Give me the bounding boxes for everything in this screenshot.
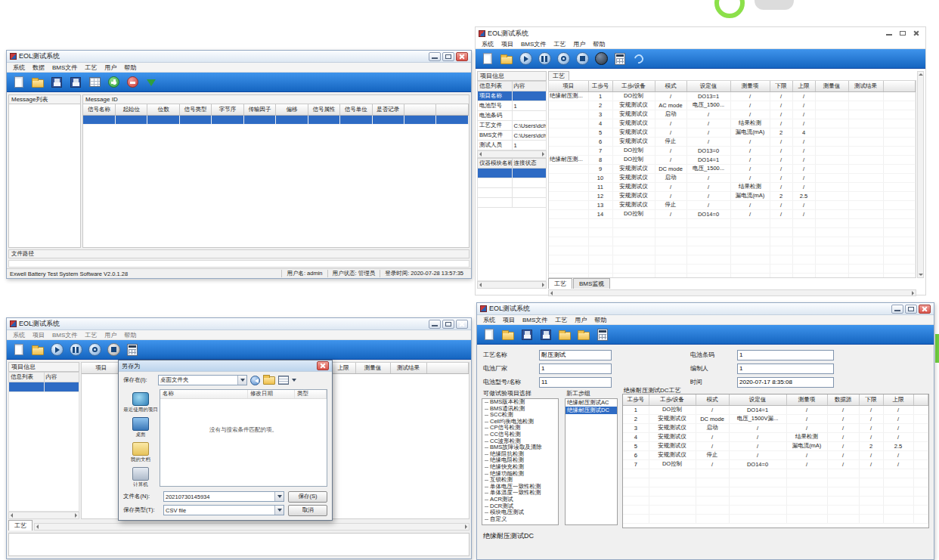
clock-icon[interactable]	[593, 51, 609, 67]
filetype-combobox[interactable]: CSV file	[163, 505, 284, 515]
add-icon[interactable]	[106, 75, 121, 90]
table-row[interactable]: 4安规测试仪//结果检测//	[549, 119, 916, 128]
test-item[interactable]: 绝缘功能检测	[482, 471, 558, 478]
menu-item[interactable]: 系统	[479, 40, 497, 48]
menu-item[interactable]: 用户	[101, 63, 119, 72]
calculator-icon[interactable]	[125, 342, 140, 357]
horizontal-scrollbar[interactable]	[8, 512, 79, 519]
close-icon[interactable]	[317, 361, 329, 370]
column-date-modified[interactable]: 修改日期	[248, 390, 295, 398]
menu-item[interactable]: BMS文件	[49, 63, 80, 72]
place-recent[interactable]: 最近使用的项目	[123, 392, 158, 412]
pause-icon[interactable]	[537, 51, 552, 67]
new-file-icon[interactable]	[11, 75, 26, 90]
menu-item[interactable]: 用户	[570, 40, 588, 48]
titlebar[interactable]: EOL测试系统	[476, 27, 925, 39]
table-row[interactable]: 绝缘耐压测...8DO控制/DO14=1///	[549, 155, 916, 164]
start-icon[interactable]	[49, 342, 64, 357]
message-list-body[interactable]	[8, 104, 81, 248]
titlebar[interactable]: EOL测试系统	[7, 318, 471, 330]
close-icon[interactable]	[456, 320, 468, 329]
minimize-icon[interactable]	[891, 305, 903, 314]
menu-item[interactable]: 帮助	[590, 40, 608, 48]
menu-item[interactable]: BMS文件	[519, 316, 550, 324]
place-computer[interactable]: 计算机	[123, 467, 158, 487]
table-row[interactable]	[478, 169, 547, 178]
dropdown-arrow-icon[interactable]	[237, 376, 246, 385]
menu-item[interactable]: 帮助	[121, 63, 139, 72]
table-row[interactable]: 3安规测试仪启动////	[549, 110, 916, 119]
test-item[interactable]: 模块电压测试	[482, 509, 558, 516]
power-icon[interactable]	[87, 342, 102, 357]
test-item[interactable]: DCR测试	[482, 503, 558, 510]
dropdown-arrow-icon[interactable]	[274, 492, 284, 501]
table-row[interactable]: 3安规测试仪启动/////	[623, 423, 928, 432]
menu-item[interactable]: 工艺	[82, 331, 100, 339]
menu-item[interactable]: 用户	[572, 316, 590, 324]
titlebar[interactable]: EOL测试系统	[7, 51, 471, 63]
vertical-scrollbar[interactable]	[917, 71, 924, 278]
titlebar[interactable]: EOL测试系统	[477, 303, 934, 315]
maximize-icon[interactable]	[442, 52, 454, 61]
test-item[interactable]: CC信号检测	[482, 432, 558, 438]
table-row[interactable]: 项目名称	[478, 91, 547, 101]
filename-combobox[interactable]: 20210730145934	[163, 491, 284, 502]
table-row[interactable]: 6安规测试仪停止/////	[623, 450, 928, 459]
table-row[interactable]: 2安规测试仪AC mode电压_1500...///	[549, 101, 916, 110]
menu-item[interactable]: 工艺	[82, 63, 100, 72]
menu-item[interactable]: 帮助	[121, 331, 139, 339]
menu-item[interactable]: 项目	[29, 331, 48, 339]
table-row[interactable]: 9安规测试仪DC mode电压_1500...///	[549, 164, 916, 173]
time-field[interactable]	[737, 377, 834, 388]
table-row[interactable]: 1DO控制/DO14=1////	[623, 405, 928, 414]
minimize-icon[interactable]	[429, 52, 441, 61]
test-item[interactable]: 单体电压一致性检测	[482, 484, 558, 490]
test-item[interactable]: 互锁检测	[482, 477, 558, 484]
place-desktop[interactable]: 桌面	[123, 417, 158, 437]
open-folder-icon[interactable]	[500, 327, 516, 342]
start-icon[interactable]	[518, 51, 533, 67]
test-item[interactable]: BMS版本检测	[482, 399, 558, 406]
column-type[interactable]: 类型	[295, 390, 327, 398]
table-row[interactable]: 11安规测试仪//结果检测//	[549, 182, 916, 191]
calculator-icon[interactable]	[612, 51, 628, 67]
place-documents[interactable]: 我的文档	[123, 442, 158, 462]
dropdown-arrow-icon[interactable]	[274, 506, 284, 515]
test-item[interactable]: SCC检测	[482, 412, 558, 419]
menu-item[interactable]: 用户	[101, 331, 119, 339]
step-group-item[interactable]: 绝缘耐压测试DC	[566, 407, 617, 414]
tab[interactable]: BMS监视	[573, 278, 610, 289]
views-icon[interactable]	[278, 376, 289, 385]
test-item[interactable]: BMS故障读取及清除	[482, 444, 558, 451]
power-icon[interactable]	[556, 51, 571, 67]
menu-item[interactable]: BMS文件	[518, 40, 549, 48]
horizontal-scrollbar[interactable]	[548, 289, 916, 296]
save-in-combobox[interactable]: 桌面文件夹	[158, 375, 247, 385]
test-item[interactable]: CP信号检测	[482, 425, 558, 432]
battery-maker-field[interactable]	[539, 364, 612, 374]
table-row[interactable]: 绝缘耐压测...1DO控制/DO13=1///	[549, 91, 916, 101]
table-row[interactable]: 14DO控制/DO14=0///	[549, 209, 916, 218]
table-row[interactable]	[9, 382, 79, 392]
calculator-icon[interactable]	[595, 327, 610, 342]
table-row[interactable]: 7DO控制/DO13=0///	[549, 146, 916, 155]
save-button[interactable]: 保存(S)	[288, 491, 327, 503]
process-name-field[interactable]	[539, 350, 612, 360]
menu-item[interactable]: 系统	[10, 63, 28, 72]
new-folder-icon[interactable]	[263, 376, 275, 385]
test-item[interactable]: Cell均衡电池检测	[482, 419, 558, 425]
new-file-icon[interactable]	[11, 342, 26, 357]
table-row[interactable]: 测试人员1	[478, 141, 547, 150]
close-icon[interactable]	[919, 305, 931, 314]
table-icon[interactable]	[87, 75, 102, 90]
menu-item[interactable]: BMS文件	[49, 331, 80, 339]
test-item[interactable]: ACR测试	[482, 497, 558, 503]
open-folder-icon[interactable]	[30, 342, 45, 357]
tab-process[interactable]: 工艺	[8, 520, 33, 531]
table-row[interactable]: 7DO控制/DO14=0////	[623, 459, 928, 469]
cancel-button[interactable]: 取消	[288, 505, 327, 516]
file-list[interactable]: 名称 修改日期 类型 没有与搜索条件匹配的项。	[160, 389, 327, 487]
menu-item[interactable]: 项目	[498, 40, 516, 48]
export-folder-icon[interactable]	[576, 327, 591, 342]
test-item[interactable]: BMS通讯检测	[482, 406, 558, 413]
